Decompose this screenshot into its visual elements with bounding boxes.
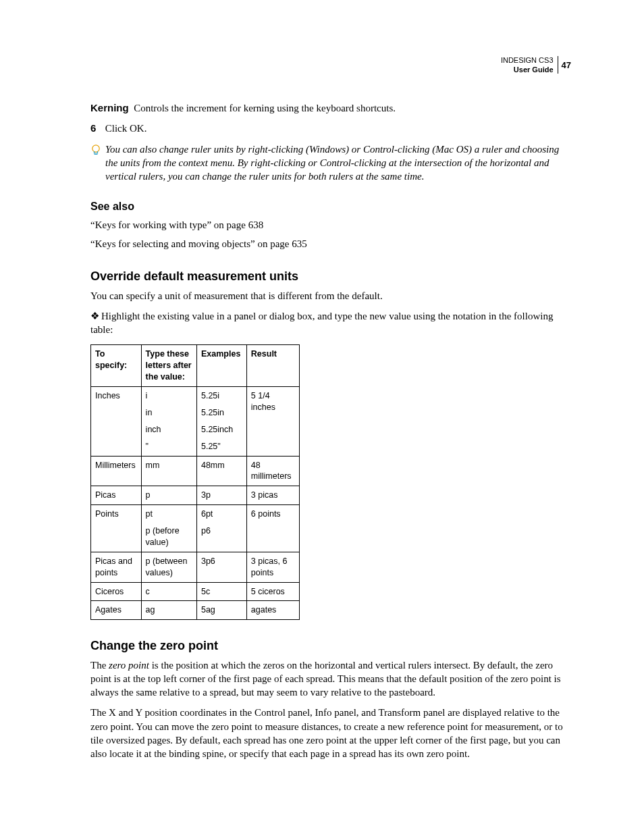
cell-value: ag <box>146 604 192 616</box>
cell-value: inch <box>146 424 192 436</box>
cell-value: i <box>146 390 192 402</box>
cell-value: 3p6 <box>201 556 242 567</box>
step-text: Click OK. <box>105 123 147 134</box>
zero-point-p1: The zero point is the position at which … <box>90 658 571 700</box>
zero-point-heading: Change the zero point <box>90 637 571 654</box>
cell-value: 5.25in <box>201 407 242 419</box>
see-also-link-1: “Keys for working with type” on page 638 <box>90 218 571 232</box>
table-row: Picasp3p3 picas <box>91 486 300 505</box>
cell-examples: 3p <box>196 486 246 505</box>
page: INDESIGN CS3 User Guide 47 Kerning Contr… <box>0 0 644 834</box>
zero-p1-b: is the position at which the zeros on th… <box>90 660 561 698</box>
diamond-bullet-icon: ❖ <box>90 309 101 323</box>
page-header: INDESIGN CS3 User Guide 47 <box>501 55 571 75</box>
cell-value: p (between values) <box>146 556 192 579</box>
cell-value: mm <box>146 460 192 471</box>
cell-letters: p <box>141 486 196 505</box>
kerning-label: Kerning <box>90 102 129 113</box>
cell-result: agates <box>246 601 299 620</box>
cell-examples: 48mm <box>196 456 246 486</box>
tip-block: You can also change ruler units by right… <box>90 142 571 184</box>
cell-value: c <box>146 586 192 598</box>
cell-specify: Picas <box>91 486 142 505</box>
override-bullet: ❖Highlight the existing value in a panel… <box>90 309 571 337</box>
table-row: Millimetersmm48mm48 millimeters <box>91 456 300 486</box>
cell-value: 5.25inch <box>201 424 242 436</box>
cell-value: pt <box>146 509 192 520</box>
override-heading: Override default measurement units <box>90 268 571 284</box>
step-number: 6 <box>90 122 103 135</box>
cell-value: 5c <box>201 586 242 598</box>
cell-value: 5ag <box>201 604 242 616</box>
see-also-heading: See also <box>90 199 571 214</box>
cell-specify: Points <box>91 505 142 552</box>
th-letters: Type these letters after the value: <box>141 345 196 387</box>
product-name: INDESIGN CS3 <box>501 56 554 64</box>
cell-letters: mm <box>141 456 196 486</box>
cell-letters: ag <box>141 601 196 620</box>
cell-examples: 6ptp6 <box>196 505 246 552</box>
cell-result: 3 picas <box>246 486 299 505</box>
kerning-text: Controls the increment for kerning using… <box>134 103 396 113</box>
cell-letters: iininch" <box>141 387 196 457</box>
table-row: Picas and pointsp (between values)3p63 p… <box>91 552 300 582</box>
cell-value: p <box>146 490 192 501</box>
cell-specify: Picas and points <box>91 552 142 582</box>
th-result: Result <box>246 345 299 387</box>
guide-label: User Guide <box>514 66 554 74</box>
see-also-link-2: “Keys for selecting and moving objects” … <box>90 237 571 251</box>
step-6: 6 Click OK. <box>90 122 571 135</box>
cell-specify: Agates <box>91 601 142 620</box>
override-bullet-text: Highlight the existing value in a panel … <box>90 311 553 335</box>
th-examples: Examples <box>196 345 246 387</box>
table-row: Cicerosc5c5 ciceros <box>91 582 300 601</box>
cell-result: 5 1/4 inches <box>246 387 299 457</box>
cell-letters: c <box>141 582 196 601</box>
cell-specify: Inches <box>91 387 142 457</box>
zero-p1-a: The <box>90 660 109 671</box>
zero-point-p2: The X and Y position coordinates in the … <box>90 706 571 760</box>
cell-examples: 5ag <box>196 601 246 620</box>
cell-value: p (before value) <box>146 525 192 548</box>
cell-letters: ptp (before value) <box>141 505 196 552</box>
units-table: To specify: Type these letters after the… <box>90 344 300 620</box>
cell-examples: 5.25i5.25in5.25inch5.25" <box>196 387 246 457</box>
svg-point-0 <box>92 145 99 151</box>
override-intro: You can specify a unit of measurement th… <box>90 289 571 303</box>
cell-value: 5.25i <box>201 390 242 402</box>
content-body: Kerning Controls the increment for kerni… <box>90 101 571 760</box>
cell-value: 3p <box>201 490 242 501</box>
table-row: Agatesag5agagates <box>91 601 300 620</box>
cell-examples: 3p6 <box>196 552 246 582</box>
kerning-definition: Kerning Controls the increment for kerni… <box>90 101 571 115</box>
cell-value: p6 <box>201 525 242 537</box>
cell-value: 48mm <box>201 460 242 471</box>
cell-result: 6 points <box>246 505 299 552</box>
cell-specify: Ciceros <box>91 582 142 601</box>
cell-value: " <box>146 441 192 452</box>
cell-specify: Millimeters <box>91 456 142 486</box>
cell-result: 5 ciceros <box>246 582 299 601</box>
cell-result: 48 millimeters <box>246 456 299 486</box>
th-specify: To specify: <box>91 345 142 387</box>
zero-point-term: zero point <box>109 660 149 671</box>
table-header-row: To specify: Type these letters after the… <box>91 345 300 387</box>
cell-value: 6pt <box>201 509 242 520</box>
cell-value: in <box>146 407 192 419</box>
tip-text: You can also change ruler units by right… <box>105 142 571 184</box>
table-row: Inchesiininch"5.25i5.25in5.25inch5.25"5 … <box>91 387 300 457</box>
lightbulb-icon <box>90 144 105 161</box>
cell-value: 5.25" <box>201 441 242 452</box>
table-row: Pointsptp (before value)6ptp66 points <box>91 505 300 552</box>
page-number: 47 <box>558 56 571 74</box>
cell-letters: p (between values) <box>141 552 196 582</box>
cell-result: 3 picas, 6 points <box>246 552 299 582</box>
cell-examples: 5c <box>196 582 246 601</box>
